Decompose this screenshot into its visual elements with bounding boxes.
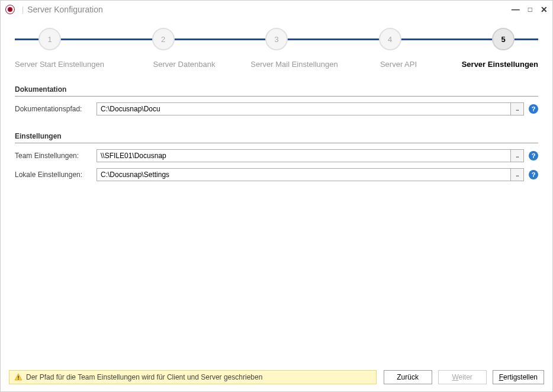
window: | Server Konfiguration — □ ✕ 1 2 3 4 5 S… bbox=[0, 0, 553, 392]
back-button[interactable]: Zurück bbox=[384, 370, 432, 384]
finish-button[interactable]: Fertigstellen bbox=[493, 370, 544, 384]
step-label-2: Server Datenbank bbox=[137, 60, 232, 69]
app-icon bbox=[5, 5, 15, 14]
maximize-button[interactable]: □ bbox=[528, 5, 532, 14]
stepper: 1 2 3 4 5 bbox=[15, 28, 538, 52]
next-button: Weiter bbox=[438, 370, 487, 384]
help-icon[interactable]: ? bbox=[529, 170, 538, 179]
label-team-settings: Team Einstellungen: bbox=[15, 152, 92, 160]
content: 1 2 3 4 5 Server Start Einstellungen Ser… bbox=[1, 18, 552, 364]
browse-team-settings-button[interactable]: ... bbox=[510, 150, 523, 162]
step-circle-1[interactable]: 1 bbox=[38, 28, 61, 50]
label-documentation-path: Dokumentationspfad: bbox=[15, 105, 92, 113]
footer-buttons: Zurück Weiter Fertigstellen bbox=[384, 370, 544, 384]
svg-rect-1 bbox=[18, 379, 18, 380]
help-icon[interactable]: ? bbox=[529, 104, 538, 114]
step-label-1: Server Start Einstellungen bbox=[15, 60, 133, 69]
svg-rect-0 bbox=[18, 376, 18, 378]
status-message: Der Pfad für die Team Einstellungen wird… bbox=[26, 373, 262, 381]
input-group-team-settings: ... bbox=[97, 149, 524, 162]
browse-local-settings-button[interactable]: ... bbox=[510, 169, 523, 181]
team-settings-input[interactable] bbox=[97, 150, 510, 162]
documentation-path-input[interactable] bbox=[97, 103, 510, 115]
step-label-5: Server Einstellungen bbox=[443, 60, 538, 69]
step-label-4: Server API bbox=[357, 60, 440, 69]
local-settings-input[interactable] bbox=[97, 169, 510, 181]
row-team-settings: Team Einstellungen: ... ? bbox=[15, 149, 538, 162]
step-circle-5[interactable]: 5 bbox=[492, 28, 515, 50]
step-circle-2[interactable]: 2 bbox=[152, 28, 175, 50]
status-bar: Der Pfad für die Team Einstellungen wird… bbox=[9, 370, 377, 384]
warning-icon bbox=[14, 373, 22, 381]
row-documentation-path: Dokumentationspfad: ... ? bbox=[15, 102, 538, 115]
section-title-documentation: Dokumentation bbox=[15, 82, 538, 97]
input-group-documentation-path: ... bbox=[97, 102, 524, 115]
close-button[interactable]: ✕ bbox=[541, 5, 548, 14]
minimize-button[interactable]: — bbox=[512, 5, 520, 14]
step-circle-3[interactable]: 3 bbox=[265, 28, 288, 50]
label-local-settings: Lokale Einstellungen: bbox=[15, 171, 92, 179]
window-controls: — □ ✕ bbox=[512, 5, 548, 14]
step-label-3: Server Mail Einstellungen bbox=[235, 60, 353, 69]
stepper-labels: Server Start Einstellungen Server Datenb… bbox=[15, 60, 538, 69]
row-local-settings: Lokale Einstellungen: ... ? bbox=[15, 168, 538, 181]
section-title-settings: Einstellungen bbox=[15, 128, 538, 143]
step-circle-4[interactable]: 4 bbox=[379, 28, 401, 50]
titlebar: | Server Konfiguration — □ ✕ bbox=[1, 1, 552, 18]
input-group-local-settings: ... bbox=[97, 168, 524, 181]
titlebar-separator: | bbox=[22, 5, 24, 14]
browse-documentation-path-button[interactable]: ... bbox=[510, 103, 523, 115]
help-icon[interactable]: ? bbox=[529, 151, 538, 160]
footer: Der Pfad für die Team Einstellungen wird… bbox=[1, 364, 552, 391]
window-title: Server Konfiguration bbox=[27, 5, 103, 14]
